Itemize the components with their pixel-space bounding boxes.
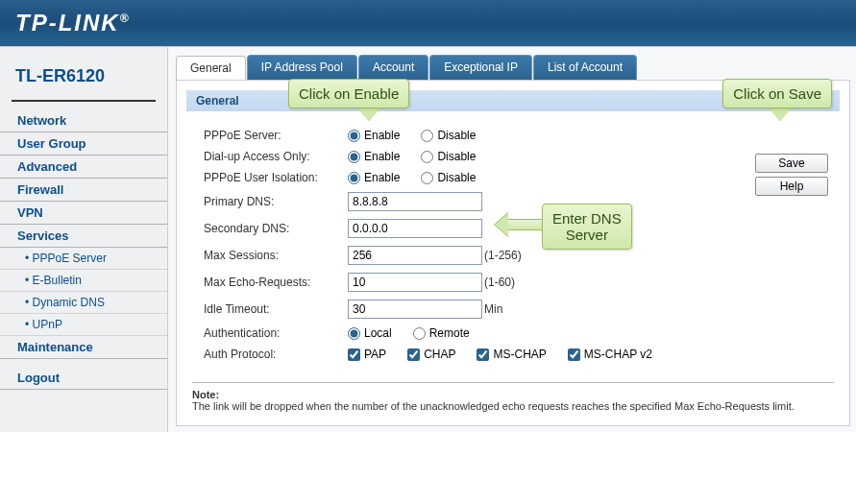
sub-label: Dynamic DNS xyxy=(33,296,105,309)
note-box: Note: The link will be dropped when the … xyxy=(192,382,834,412)
help-button[interactable]: Help xyxy=(755,177,828,196)
sidebar-sub-upnp[interactable]: • UPnP xyxy=(0,314,167,336)
brand-header: TP-LINK® xyxy=(0,0,856,47)
check-mschap[interactable] xyxy=(477,348,489,361)
check-chap[interactable] xyxy=(407,348,420,361)
note-title: Note: xyxy=(192,389,834,400)
radio-isolation-enable[interactable] xyxy=(348,172,360,184)
sidebar-sub-dynamicdns[interactable]: • Dynamic DNS xyxy=(0,292,167,314)
suffix-max-sessions: (1-256) xyxy=(484,249,522,262)
radio-pppoe-enable[interactable] xyxy=(348,130,360,142)
model-title: TL-ER6120 xyxy=(0,57,167,102)
sidebar-item-firewall[interactable]: Firewall xyxy=(0,179,167,202)
check-pap[interactable] xyxy=(348,348,360,361)
sidebar: TL-ER6120 Network User Group Advanced Fi… xyxy=(0,47,168,432)
row-secondary-dns: Secondary DNS: xyxy=(204,219,734,238)
sub-label: E-Bulletin xyxy=(33,274,82,287)
form-fields: PPPoE Server: Enable Disable Dial-up Acc… xyxy=(177,121,734,369)
input-primary-dns[interactable] xyxy=(348,192,482,211)
radio-label: Disable xyxy=(437,171,476,184)
note-body: The link will be dropped when the number… xyxy=(192,400,834,412)
sidebar-item-maintenance[interactable]: Maintenance xyxy=(0,336,167,359)
sidebar-item-logout[interactable]: Logout xyxy=(0,367,167,390)
label-secondary-dns: Secondary DNS: xyxy=(204,222,348,235)
content-area: General IP Address Pool Account Exceptio… xyxy=(168,47,856,432)
sidebar-spacer xyxy=(0,359,167,367)
label-primary-dns: Primary DNS: xyxy=(204,195,348,208)
sub-label: UPnP xyxy=(33,318,62,331)
callout-text: Click on Enable xyxy=(299,85,399,102)
sidebar-item-services[interactable]: Services xyxy=(0,225,167,248)
radio-label: Enable xyxy=(364,129,400,142)
main-layout: TL-ER6120 Network User Group Advanced Fi… xyxy=(0,47,856,432)
sidebar-item-vpn[interactable]: VPN xyxy=(0,202,167,225)
sidebar-item-advanced[interactable]: Advanced xyxy=(0,156,167,179)
suffix-idle: Min xyxy=(484,302,502,316)
brand-text: TP-LINK xyxy=(15,10,120,36)
label-auth-protocol: Auth Protocol: xyxy=(204,348,348,361)
radio-dialup-enable[interactable] xyxy=(348,151,360,163)
callout-text: Enter DNS Server xyxy=(552,210,622,243)
radio-pppoe-disable[interactable] xyxy=(421,130,433,142)
input-max-echo[interactable] xyxy=(348,273,482,292)
check-label: CHAP xyxy=(424,348,455,361)
label-max-echo: Max Echo-Requests: xyxy=(204,276,348,289)
callout-enable: Click on Enable xyxy=(288,79,409,108)
row-primary-dns: Primary DNS: xyxy=(204,192,734,211)
tab-general[interactable]: General xyxy=(176,56,246,81)
row-max-sessions: Max Sessions: (1-256) xyxy=(204,246,734,265)
sidebar-item-usergroup[interactable]: User Group xyxy=(0,132,167,156)
label-max-sessions: Max Sessions: xyxy=(204,249,348,262)
check-label: MS-CHAP v2 xyxy=(584,348,652,361)
sidebar-divider xyxy=(12,100,156,102)
tab-ippool[interactable]: IP Address Pool xyxy=(247,55,357,80)
check-label: PAP xyxy=(364,348,386,361)
input-idle[interactable] xyxy=(348,300,482,319)
tab-listaccount[interactable]: List of Account xyxy=(533,55,637,80)
callout-dns: Enter DNS Server xyxy=(542,204,632,250)
row-isolation: PPPoE User Isolation: Enable Disable xyxy=(204,171,734,184)
tab-account[interactable]: Account xyxy=(358,55,428,80)
radio-label: Remote xyxy=(429,326,470,340)
tab-exceptionalip[interactable]: Exceptional IP xyxy=(429,55,532,80)
tab-row: General IP Address Pool Account Exceptio… xyxy=(176,55,856,80)
sub-label: PPPoE Server xyxy=(33,252,107,265)
radio-label: Enable xyxy=(364,171,400,184)
row-max-echo: Max Echo-Requests: (1-60) xyxy=(204,273,734,292)
label-dialup: Dial-up Access Only: xyxy=(204,150,348,163)
label-isolation: PPPoE User Isolation: xyxy=(204,171,348,184)
settings-panel: Click on Enable Click on Save Enter DNS … xyxy=(176,80,850,426)
row-auth-protocol: Auth Protocol: PAP CHAP MS-CHAP MS-CHAP … xyxy=(204,348,734,361)
action-buttons: Save Help xyxy=(734,121,849,369)
sidebar-sub-ebulletin[interactable]: • E-Bulletin xyxy=(0,270,167,292)
check-mschapv2[interactable] xyxy=(568,348,580,361)
label-pppoe-server: PPPoE Server: xyxy=(204,129,348,142)
radio-label: Local xyxy=(364,326,392,340)
callout-save: Click on Save xyxy=(722,79,832,108)
row-dialup: Dial-up Access Only: Enable Disable xyxy=(204,150,734,163)
radio-label: Disable xyxy=(437,129,476,142)
radio-auth-local[interactable] xyxy=(348,327,360,340)
row-pppoe-server: PPPoE Server: Enable Disable xyxy=(204,129,734,142)
save-button[interactable]: Save xyxy=(755,154,828,173)
input-secondary-dns[interactable] xyxy=(348,219,482,238)
callout-text: Click on Save xyxy=(733,85,821,102)
sidebar-item-network[interactable]: Network xyxy=(0,109,167,132)
label-auth: Authentication: xyxy=(204,326,348,340)
input-max-sessions[interactable] xyxy=(348,246,482,265)
row-auth: Authentication: Local Remote xyxy=(204,326,734,340)
label-idle: Idle Timeout: xyxy=(204,302,348,316)
radio-dialup-disable[interactable] xyxy=(421,151,433,163)
radio-isolation-disable[interactable] xyxy=(421,172,433,184)
sidebar-sub-pppoe[interactable]: • PPPoE Server xyxy=(0,248,167,270)
row-idle-timeout: Idle Timeout: Min xyxy=(204,300,734,319)
radio-auth-remote[interactable] xyxy=(413,327,426,340)
sidebar-nav: Network User Group Advanced Firewall VPN… xyxy=(0,109,167,390)
radio-label: Disable xyxy=(437,150,476,163)
check-label: MS-CHAP xyxy=(493,348,546,361)
radio-label: Enable xyxy=(364,150,400,163)
suffix-max-echo: (1-60) xyxy=(484,276,515,289)
registered-mark: ® xyxy=(120,12,131,25)
